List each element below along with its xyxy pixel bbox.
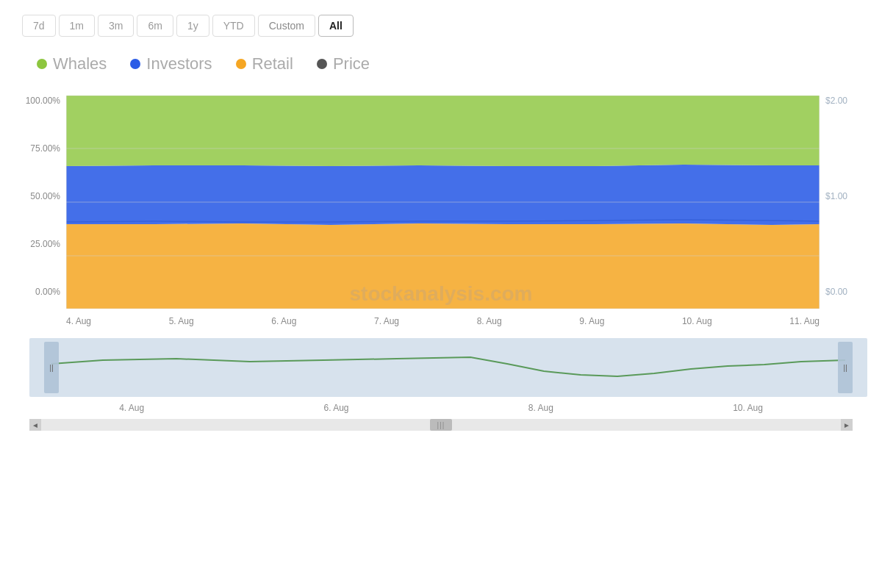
investors-area [66, 165, 820, 225]
chart-legend: WhalesInvestorsRetailPrice [15, 54, 867, 74]
y-right-label: $2.00 [825, 96, 847, 106]
time-btn-7d[interactable]: 7d [22, 15, 56, 37]
scrollbar-right-arrow[interactable]: ► [841, 419, 853, 431]
scrollbar-thumb[interactable]: ||| [430, 419, 452, 431]
legend-label-price: Price [333, 54, 370, 74]
nav-fill [29, 338, 867, 397]
scrollbar-left-arrow[interactable]: ◄ [29, 419, 41, 431]
legend-dot-retail [236, 59, 246, 69]
navigator-svg-container: || || [29, 338, 853, 400]
legend-label-retail: Retail [252, 54, 293, 74]
legend-label-investors: Investors [146, 54, 212, 74]
legend-dot-investors [130, 59, 140, 69]
chart-area: 100.00%75.00%50.00%25.00%0.00% $2.00$1.0… [22, 96, 860, 326]
time-range-selector: 7d1m3m6m1yYTDCustomAll [15, 15, 867, 37]
time-btn-1m[interactable]: 1m [59, 15, 95, 37]
x-label: 6. Aug [271, 316, 296, 326]
navigator-svg: || || [29, 338, 867, 397]
y-left-label: 100.00% [26, 96, 60, 106]
svg-text:||: || [49, 363, 54, 372]
time-btn-all[interactable]: All [318, 15, 354, 37]
y-left-label: 0.00% [35, 287, 60, 297]
scrollbar-track[interactable]: ||| [41, 419, 841, 431]
navigator: || || 4. Aug6. Aug8. Aug10. Aug ◄ ||| ► [15, 338, 867, 431]
nav-x-label: 10. Aug [733, 403, 763, 413]
nav-x-label: 8. Aug [528, 403, 553, 413]
time-btn-custom[interactable]: Custom [258, 15, 315, 37]
y-axis-left: 100.00%75.00%50.00%25.00%0.00% [22, 96, 66, 297]
nav-x-label: 6. Aug [323, 403, 348, 413]
svg-text:||: || [843, 363, 847, 372]
time-btn-6m[interactable]: 6m [137, 15, 173, 37]
legend-item-whales[interactable]: Whales [37, 54, 107, 74]
scrollbar-handle-icon: ||| [437, 421, 445, 429]
nav-x-axis: 4. Aug6. Aug8. Aug10. Aug [29, 403, 853, 413]
y-right-label: $0.00 [825, 287, 847, 297]
legend-label-whales: Whales [53, 54, 107, 74]
legend-dot-price [317, 59, 327, 69]
legend-item-investors[interactable]: Investors [130, 54, 212, 74]
x-label: 11. Aug [789, 316, 820, 326]
y-right-label: $1.00 [825, 191, 847, 201]
nav-x-label: 4. Aug [119, 403, 144, 413]
y-left-label: 25.00% [30, 239, 60, 249]
retail-area [66, 223, 820, 309]
scrollbar[interactable]: ◄ ||| ► [29, 419, 853, 431]
x-label: 10. Aug [682, 316, 712, 326]
legend-item-price[interactable]: Price [317, 54, 370, 74]
time-btn-3m[interactable]: 3m [98, 15, 134, 37]
x-label: 9. Aug [579, 316, 604, 326]
x-label: 8. Aug [477, 316, 502, 326]
whales-area [66, 96, 820, 166]
x-label: 7. Aug [374, 316, 399, 326]
main-chart [66, 96, 820, 312]
time-btn-ytd[interactable]: YTD [212, 15, 255, 37]
time-btn-1y[interactable]: 1y [176, 15, 209, 37]
chart-svg [66, 96, 820, 309]
y-left-label: 50.00% [30, 191, 60, 201]
y-left-label: 75.00% [30, 143, 60, 154]
x-label: 4. Aug [66, 316, 91, 326]
legend-item-retail[interactable]: Retail [236, 54, 293, 74]
x-label: 5. Aug [169, 316, 194, 326]
x-axis: 4. Aug5. Aug6. Aug7. Aug8. Aug9. Aug10. … [66, 316, 820, 326]
legend-dot-whales [37, 59, 47, 69]
y-axis-right: $2.00$1.00$0.00 [820, 96, 860, 297]
